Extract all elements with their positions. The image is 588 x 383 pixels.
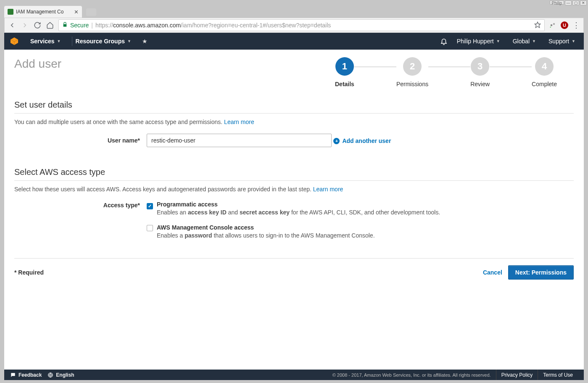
tab-close-icon[interactable]: ✕	[74, 9, 79, 15]
privacy-policy-link[interactable]: Privacy Policy	[496, 370, 538, 380]
wizard-step-details: 1 Details	[335, 57, 354, 87]
wizard-connector	[428, 66, 470, 67]
tab-favicon	[8, 9, 13, 15]
terms-of-use-link[interactable]: Terms of Use	[538, 370, 578, 380]
nav-services[interactable]: Services ▼	[27, 38, 64, 45]
feedback-button[interactable]: Feedback	[10, 372, 42, 378]
wizard-circle: 4	[535, 57, 554, 76]
access-type-row-2: AWS Management Console access Enables a …	[14, 224, 574, 246]
nav-region-menu[interactable]: Global ▼	[509, 38, 539, 45]
access-type-row-1: Access type* Programmatic access Enables…	[14, 201, 574, 222]
url-bar[interactable]: Secure | https://console.aws.amazon.com/…	[58, 19, 545, 31]
wizard-steps: 1 Details 2 Permissions 3 Review 4 Compl…	[335, 57, 557, 87]
wizard-circle: 1	[335, 57, 354, 76]
username-control: + Add another user	[147, 134, 574, 147]
bookmark-star-icon[interactable]	[534, 21, 541, 29]
window-user-label: Philip	[550, 0, 564, 5]
aws-footer: Feedback English © 2008 - 2017, Amazon W…	[4, 370, 584, 380]
new-tab-button[interactable]	[86, 8, 96, 16]
chevron-down-icon: ▼	[572, 39, 575, 43]
username-row: User name* + Add another user	[14, 134, 574, 147]
footer-left: Feedback English	[10, 372, 74, 378]
svg-point-3	[550, 26, 551, 28]
svg-point-1	[551, 24, 553, 26]
username-label: User name*	[14, 134, 147, 144]
ublock-icon[interactable]: U	[561, 21, 568, 29]
section-access-type-desc: Select how these users will access AWS. …	[14, 186, 574, 193]
secure-label: Secure	[70, 22, 89, 29]
wizard-step-permissions: 2 Permissions	[396, 57, 428, 87]
console-access-title: AWS Management Console access	[157, 224, 574, 231]
extension-icon[interactable]	[549, 21, 556, 29]
browser-toolbar: Secure | https://console.aws.amazon.com/…	[4, 18, 584, 33]
programmatic-access-checkbox[interactable]	[147, 203, 153, 209]
wizard-circle: 2	[403, 57, 422, 76]
page-content: Add user 1 Details 2 Permissions 3 Revie…	[4, 50, 584, 370]
reload-button[interactable]	[33, 21, 42, 29]
learn-more-link[interactable]: Learn more	[224, 119, 254, 125]
cancel-button[interactable]: Cancel	[483, 269, 502, 276]
wizard-step-review: 3 Review	[470, 57, 490, 87]
add-another-user-button[interactable]: + Add another user	[333, 137, 391, 144]
footer-buttons: Cancel Next: Permissions	[483, 265, 574, 280]
nav-left: Services ▼ Resource Groups ▼ ★	[9, 36, 148, 46]
next-permissions-button[interactable]: Next: Permissions	[508, 265, 574, 280]
aws-logo-icon[interactable]	[9, 36, 19, 46]
programmatic-access-desc: Enables an access key ID and secret acce…	[157, 209, 574, 216]
window-titlebar: Philip — ▢ ✕	[548, 0, 588, 5]
required-note: * Required	[14, 269, 44, 276]
access-type-label: Access type*	[14, 201, 147, 222]
nav-support-menu[interactable]: Support ▼	[545, 38, 579, 45]
username-input[interactable]	[147, 134, 332, 147]
chevron-down-icon: ▼	[57, 39, 61, 43]
nav-right: Philip Huppert ▼ Global ▼ Support ▼	[440, 37, 579, 45]
home-button[interactable]	[46, 21, 54, 29]
wizard-step-complete: 4 Complete	[532, 57, 557, 87]
footer-right: © 2008 - 2017, Amazon Web Services, Inc.…	[332, 370, 578, 380]
chevron-down-icon: ▼	[127, 39, 131, 43]
browser-tab-strip: IAM Management Co ✕	[4, 5, 584, 18]
wizard-label: Permissions	[396, 81, 428, 87]
tab-title: IAM Management Co	[16, 9, 63, 15]
pin-icon[interactable]: ★	[142, 38, 148, 45]
section-user-details-desc: You can add multiple users at once with …	[14, 119, 574, 125]
lock-icon	[62, 22, 68, 29]
aws-top-nav: Services ▼ Resource Groups ▼ ★ Philip Hu…	[4, 33, 584, 50]
programmatic-access-title: Programmatic access	[157, 201, 574, 208]
footer-copyright: © 2008 - 2017, Amazon Web Services, Inc.…	[332, 372, 491, 378]
back-button[interactable]	[8, 21, 16, 29]
bell-icon[interactable]	[440, 37, 448, 45]
form-footer: * Required Cancel Next: Permissions	[14, 258, 574, 280]
wizard-label: Complete	[532, 81, 557, 87]
plus-circle-icon: +	[333, 138, 340, 144]
section-access-type-title: Select AWS access type	[14, 167, 574, 181]
wizard-connector	[490, 66, 532, 67]
nav-resource-groups[interactable]: Resource Groups ▼	[72, 37, 134, 46]
page-title: Add user	[14, 57, 61, 87]
browser-menu-icon[interactable]: ⋮	[572, 21, 580, 30]
svg-marker-0	[535, 22, 540, 27]
url-text: https://console.aws.amazon.com/iam/home?…	[95, 22, 331, 29]
wizard-connector	[354, 66, 396, 67]
url-separator: |	[91, 22, 93, 29]
wizard-circle: 3	[471, 57, 489, 76]
console-access-desc: Enables a password that allows users to …	[157, 232, 574, 239]
learn-more-link-2[interactable]: Learn more	[313, 186, 343, 193]
header-row: Add user 1 Details 2 Permissions 3 Revie…	[14, 57, 574, 87]
language-selector[interactable]: English	[47, 372, 74, 378]
svg-point-2	[553, 23, 555, 25]
nav-user-menu[interactable]: Philip Huppert ▼	[454, 38, 504, 45]
wizard-label: Review	[470, 81, 490, 87]
section-user-details-title: Set user details	[14, 100, 574, 114]
forward-button[interactable]	[21, 21, 29, 29]
wizard-label: Details	[335, 81, 354, 87]
chevron-down-icon: ▼	[532, 39, 536, 43]
browser-tab[interactable]: IAM Management Co ✕	[4, 6, 82, 18]
chevron-down-icon: ▼	[496, 39, 500, 43]
console-access-checkbox[interactable]	[147, 225, 153, 231]
